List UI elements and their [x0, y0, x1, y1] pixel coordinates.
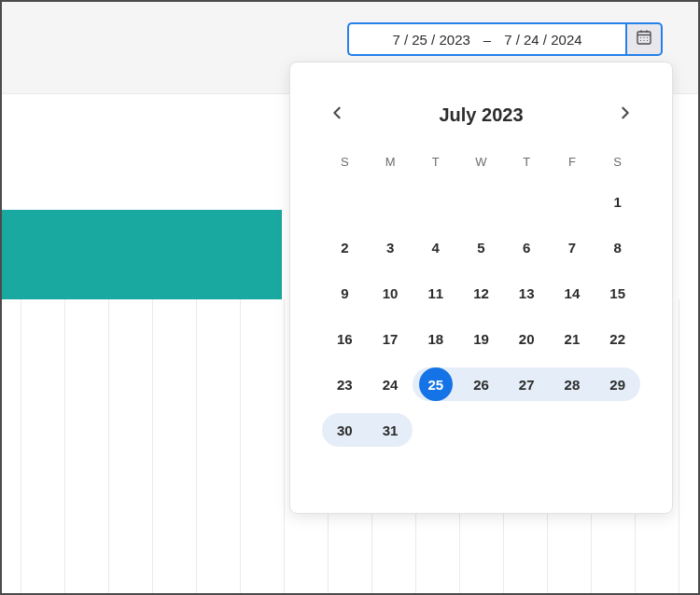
calendar-day-label: 13 — [504, 276, 550, 310]
date-range-separator: – — [483, 32, 491, 48]
gridline — [108, 299, 109, 593]
calendar-day-label: 2 — [322, 230, 368, 264]
svg-point-5 — [643, 37, 644, 38]
gridline — [679, 299, 679, 593]
date-range-start[interactable]: 7 / 25 / 2023 — [392, 32, 469, 48]
calendar-day[interactable]: 1 — [595, 185, 640, 218]
calendar-day-label: 4 — [413, 230, 458, 264]
calendar-day[interactable]: 22 — [595, 322, 640, 355]
calendar-day[interactable]: 5 — [458, 230, 504, 264]
calendar-day-label: 17 — [368, 322, 413, 355]
calendar-day-label: 27 — [504, 367, 550, 401]
calendar-day-label: 19 — [458, 322, 504, 355]
date-range-field[interactable]: 7 / 25 / 2023 – 7 / 24 / 2024 — [347, 22, 625, 56]
calendar-day[interactable]: 12 — [458, 276, 504, 310]
calendar-day[interactable]: 25 — [413, 367, 458, 401]
calendar-day-label: 29 — [595, 367, 640, 401]
calendar-day-label — [550, 185, 595, 218]
calendar-day-label: 23 — [322, 367, 368, 401]
calendar-day-empty — [504, 185, 550, 218]
day-of-week-header: S — [595, 152, 640, 173]
calendar-day-label: 9 — [322, 276, 368, 310]
calendar-grid: SMTWTFS123456789101112131415161718192021… — [322, 152, 640, 447]
calendar-day-empty — [368, 185, 413, 218]
calendar-day[interactable]: 10 — [368, 276, 413, 310]
calendar-day[interactable]: 8 — [595, 230, 640, 264]
calendar-day-empty — [322, 185, 368, 218]
calendar-day[interactable]: 15 — [595, 276, 640, 310]
prev-month-button[interactable] — [322, 100, 352, 130]
calendar-day-label: 31 — [368, 413, 413, 447]
calendar-day[interactable]: 16 — [322, 322, 368, 355]
calendar-day[interactable]: 6 — [504, 230, 550, 264]
svg-point-7 — [640, 40, 641, 41]
calendar-day[interactable]: 18 — [413, 322, 458, 355]
calendar-day[interactable]: 27 — [504, 367, 550, 401]
calendar-popover: July 2023 SMTWTFS12345678910111213141516… — [289, 62, 673, 514]
gridline — [152, 299, 153, 593]
calendar-day-label: 6 — [504, 230, 550, 264]
chevron-right-icon — [619, 106, 632, 123]
calendar-day-empty — [458, 185, 504, 218]
svg-point-9 — [647, 40, 648, 41]
svg-point-8 — [643, 40, 644, 41]
calendar-day-label: 24 — [368, 367, 413, 401]
calendar-day-label — [458, 185, 504, 218]
calendar-day-label: 22 — [595, 322, 640, 355]
gridline — [21, 299, 21, 593]
chart-bar — [2, 210, 282, 299]
calendar-day[interactable]: 24 — [368, 367, 413, 401]
calendar-day-label — [413, 185, 458, 218]
calendar-day-empty — [550, 185, 595, 218]
gridline — [196, 299, 197, 593]
calendar-day-label: 10 — [368, 276, 413, 310]
calendar-day[interactable]: 19 — [458, 322, 504, 355]
calendar-day[interactable]: 31 — [368, 413, 413, 447]
calendar-day-label: 7 — [550, 230, 595, 264]
day-of-week-header: M — [368, 152, 413, 173]
calendar-day[interactable]: 17 — [368, 322, 413, 355]
svg-point-4 — [640, 37, 641, 38]
calendar-day[interactable]: 20 — [504, 322, 550, 355]
calendar-day-label: 25 — [413, 367, 458, 401]
calendar-day-label — [368, 185, 413, 218]
day-of-week-header: W — [458, 152, 504, 173]
next-month-button[interactable] — [610, 100, 640, 130]
calendar-day[interactable]: 3 — [368, 230, 413, 264]
calendar-day[interactable]: 14 — [550, 276, 595, 310]
calendar-day[interactable]: 28 — [550, 367, 595, 401]
day-of-week-header: T — [504, 152, 550, 173]
calendar-day[interactable]: 30 — [322, 413, 368, 447]
calendar-day[interactable]: 2 — [322, 230, 368, 264]
calendar-header: July 2023 — [322, 94, 640, 135]
calendar-day-label: 8 — [595, 230, 640, 264]
calendar-day[interactable]: 9 — [322, 276, 368, 310]
gridline — [284, 299, 285, 593]
calendar-day-label: 16 — [322, 322, 368, 355]
calendar-day-label: 15 — [595, 276, 640, 310]
calendar-day-label: 14 — [550, 276, 595, 310]
calendar-day[interactable]: 26 — [458, 367, 504, 401]
gridline — [240, 299, 241, 593]
calendar-day-label: 21 — [550, 322, 595, 355]
calendar-day[interactable]: 4 — [413, 230, 458, 264]
calendar-day[interactable]: 7 — [550, 230, 595, 264]
svg-point-6 — [647, 37, 648, 38]
calendar-day[interactable]: 21 — [550, 322, 595, 355]
calendar-day-label: 26 — [458, 367, 504, 401]
calendar-day[interactable]: 23 — [322, 367, 368, 401]
chevron-left-icon — [330, 106, 343, 123]
calendar-day-label: 20 — [504, 322, 550, 355]
calendar-day[interactable]: 29 — [595, 367, 640, 401]
calendar-day-label: 11 — [413, 276, 458, 310]
date-range-end[interactable]: 7 / 24 / 2024 — [504, 32, 581, 48]
calendar-title: July 2023 — [439, 104, 523, 126]
calendar-day-label: 28 — [550, 367, 595, 401]
calendar-day[interactable]: 11 — [413, 276, 458, 310]
calendar-day[interactable]: 13 — [504, 276, 550, 310]
calendar-button[interactable] — [625, 22, 663, 56]
calendar-day-label: 3 — [368, 230, 413, 264]
calendar-day-label: 1 — [595, 185, 640, 218]
calendar-day-label: 12 — [458, 276, 504, 310]
calendar-day-label — [504, 185, 550, 218]
